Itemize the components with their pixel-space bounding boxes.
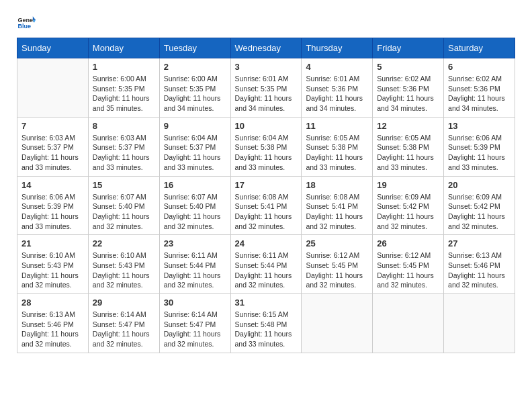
cell-info: Sunrise: 6:15 AMSunset: 5:48 PMDaylight:… [235,310,298,349]
calendar-cell [444,294,515,353]
day-number: 24 [235,238,298,248]
cell-info: Sunrise: 6:13 AMSunset: 5:46 PMDaylight:… [21,310,84,349]
cell-info: Sunrise: 6:03 AMSunset: 5:37 PMDaylight:… [21,133,84,173]
cell-info: Sunrise: 6:11 AMSunset: 5:44 PMDaylight:… [235,250,298,290]
col-header-sunday: Sunday [17,38,89,58]
calendar-cell [17,58,89,118]
cell-info: Sunrise: 6:06 AMSunset: 5:39 PMDaylight:… [448,133,511,173]
calendar-week-4: 21Sunrise: 6:10 AMSunset: 5:43 PMDayligh… [17,235,515,294]
calendar-cell [302,294,373,353]
day-number: 1 [93,62,155,72]
calendar-cell: 17Sunrise: 6:08 AMSunset: 5:41 PMDayligh… [230,176,302,235]
day-number: 8 [93,121,155,131]
cell-info: Sunrise: 6:07 AMSunset: 5:40 PMDaylight:… [93,192,155,232]
day-number: 29 [93,298,155,308]
calendar-cell: 16Sunrise: 6:07 AMSunset: 5:40 PMDayligh… [159,176,230,235]
day-number: 13 [448,121,511,131]
calendar-cell: 15Sunrise: 6:07 AMSunset: 5:40 PMDayligh… [88,176,159,235]
calendar-cell: 18Sunrise: 6:08 AMSunset: 5:41 PMDayligh… [302,176,373,235]
cell-info: Sunrise: 6:14 AMSunset: 5:47 PMDaylight:… [93,310,155,349]
cell-info: Sunrise: 6:01 AMSunset: 5:35 PMDaylight:… [235,74,298,113]
col-header-friday: Friday [373,38,444,58]
calendar-cell: 26Sunrise: 6:12 AMSunset: 5:45 PMDayligh… [373,235,444,294]
calendar-cell: 21Sunrise: 6:10 AMSunset: 5:43 PMDayligh… [17,235,89,294]
calendar-week-2: 7Sunrise: 6:03 AMSunset: 5:37 PMDaylight… [17,117,515,176]
cell-info: Sunrise: 6:09 AMSunset: 5:42 PMDaylight:… [377,192,439,232]
col-header-monday: Monday [88,38,159,58]
cell-info: Sunrise: 6:05 AMSunset: 5:38 PMDaylight:… [306,133,368,173]
day-number: 14 [21,180,84,190]
cell-info: Sunrise: 6:13 AMSunset: 5:46 PMDaylight:… [448,250,511,290]
calendar-cell: 2Sunrise: 6:00 AMSunset: 5:35 PMDaylight… [159,58,230,118]
day-number: 5 [377,62,439,72]
calendar-cell: 14Sunrise: 6:06 AMSunset: 5:39 PMDayligh… [17,176,89,235]
calendar-cell: 30Sunrise: 6:14 AMSunset: 5:47 PMDayligh… [159,294,230,353]
cell-info: Sunrise: 6:08 AMSunset: 5:41 PMDaylight:… [235,192,298,232]
day-number: 2 [164,62,226,72]
cell-info: Sunrise: 6:10 AMSunset: 5:43 PMDaylight:… [21,250,84,290]
day-number: 12 [377,121,439,131]
day-number: 31 [235,298,298,308]
cell-info: Sunrise: 6:01 AMSunset: 5:36 PMDaylight:… [306,74,368,113]
day-number: 18 [306,180,368,190]
cell-info: Sunrise: 6:11 AMSunset: 5:44 PMDaylight:… [164,250,226,290]
day-number: 30 [164,298,226,308]
calendar-cell: 29Sunrise: 6:14 AMSunset: 5:47 PMDayligh… [88,294,159,353]
col-header-saturday: Saturday [444,38,515,58]
day-number: 7 [21,121,84,131]
calendar-week-3: 14Sunrise: 6:06 AMSunset: 5:39 PMDayligh… [17,176,515,235]
calendar-cell: 7Sunrise: 6:03 AMSunset: 5:37 PMDaylight… [17,117,89,176]
cell-info: Sunrise: 6:06 AMSunset: 5:39 PMDaylight:… [21,192,84,232]
calendar-cell: 3Sunrise: 6:01 AMSunset: 5:35 PMDaylight… [230,58,302,118]
day-number: 9 [164,121,226,131]
day-number: 20 [448,180,511,190]
day-number: 3 [235,62,298,72]
day-number: 23 [164,238,226,248]
cell-info: Sunrise: 6:12 AMSunset: 5:45 PMDaylight:… [306,250,368,290]
cell-info: Sunrise: 6:02 AMSunset: 5:36 PMDaylight:… [448,74,511,113]
svg-text:Blue: Blue [17,23,31,30]
day-number: 10 [235,121,298,131]
calendar-cell: 24Sunrise: 6:11 AMSunset: 5:44 PMDayligh… [230,235,302,294]
calendar-cell: 1Sunrise: 6:00 AMSunset: 5:35 PMDaylight… [88,58,159,118]
calendar-table: SundayMondayTuesdayWednesdayThursdayFrid… [17,38,515,353]
calendar-cell: 31Sunrise: 6:15 AMSunset: 5:48 PMDayligh… [230,294,302,353]
logo-icon: General Blue [17,13,36,32]
day-number: 15 [93,180,155,190]
cell-info: Sunrise: 6:08 AMSunset: 5:41 PMDaylight:… [306,192,368,232]
day-number: 4 [306,62,368,72]
calendar-week-1: 1Sunrise: 6:00 AMSunset: 5:35 PMDaylight… [17,58,515,118]
day-number: 21 [21,238,84,248]
calendar-cell: 13Sunrise: 6:06 AMSunset: 5:39 PMDayligh… [444,117,515,176]
day-number: 11 [306,121,368,131]
cell-info: Sunrise: 6:14 AMSunset: 5:47 PMDaylight:… [164,310,226,349]
col-header-wednesday: Wednesday [230,38,302,58]
calendar-cell: 20Sunrise: 6:09 AMSunset: 5:42 PMDayligh… [444,176,515,235]
cell-info: Sunrise: 6:03 AMSunset: 5:37 PMDaylight:… [93,133,155,173]
cell-info: Sunrise: 6:04 AMSunset: 5:38 PMDaylight:… [235,133,298,173]
day-number: 6 [448,62,511,72]
calendar-cell: 19Sunrise: 6:09 AMSunset: 5:42 PMDayligh… [373,176,444,235]
calendar-cell: 22Sunrise: 6:10 AMSunset: 5:43 PMDayligh… [88,235,159,294]
page-header: General Blue [17,13,515,32]
calendar-week-5: 28Sunrise: 6:13 AMSunset: 5:46 PMDayligh… [17,294,515,353]
cell-info: Sunrise: 6:10 AMSunset: 5:43 PMDaylight:… [93,250,155,290]
col-header-thursday: Thursday [302,38,373,58]
cell-info: Sunrise: 6:00 AMSunset: 5:35 PMDaylight:… [164,74,226,113]
calendar-cell: 27Sunrise: 6:13 AMSunset: 5:46 PMDayligh… [444,235,515,294]
cell-info: Sunrise: 6:02 AMSunset: 5:36 PMDaylight:… [377,74,439,113]
cell-info: Sunrise: 6:12 AMSunset: 5:45 PMDaylight:… [377,250,439,290]
col-header-tuesday: Tuesday [159,38,230,58]
calendar-header-row: SundayMondayTuesdayWednesdayThursdayFrid… [17,38,515,58]
day-number: 19 [377,180,439,190]
day-number: 22 [93,238,155,248]
calendar-cell: 10Sunrise: 6:04 AMSunset: 5:38 PMDayligh… [230,117,302,176]
cell-info: Sunrise: 6:04 AMSunset: 5:37 PMDaylight:… [164,133,226,173]
calendar-cell: 11Sunrise: 6:05 AMSunset: 5:38 PMDayligh… [302,117,373,176]
calendar-cell: 23Sunrise: 6:11 AMSunset: 5:44 PMDayligh… [159,235,230,294]
calendar-cell: 28Sunrise: 6:13 AMSunset: 5:46 PMDayligh… [17,294,89,353]
calendar-cell: 5Sunrise: 6:02 AMSunset: 5:36 PMDaylight… [373,58,444,118]
calendar-cell: 6Sunrise: 6:02 AMSunset: 5:36 PMDaylight… [444,58,515,118]
day-number: 16 [164,180,226,190]
day-number: 17 [235,180,298,190]
